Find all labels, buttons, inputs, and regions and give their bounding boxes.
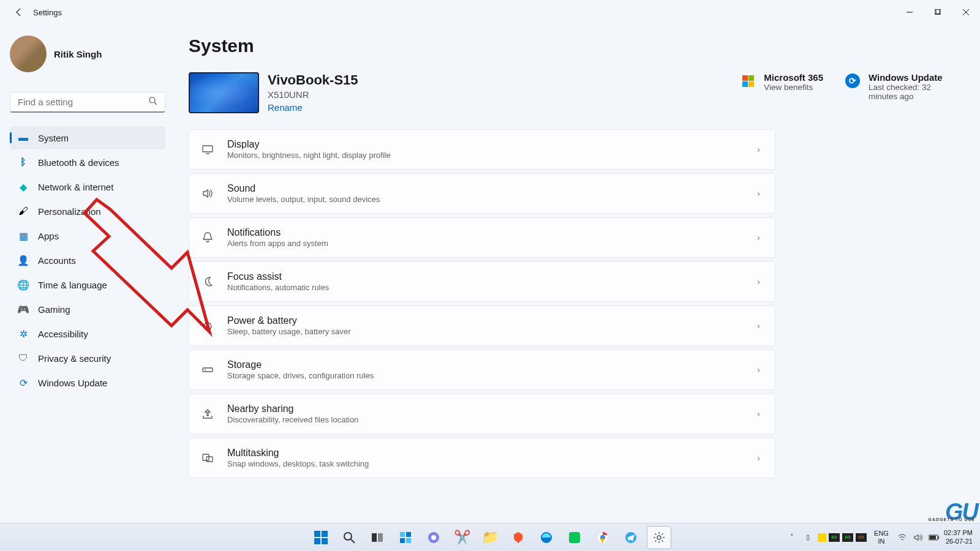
window-title: Settings	[33, 8, 62, 17]
volume-icon[interactable]	[912, 531, 924, 544]
tray-chevron[interactable]: ˄	[786, 531, 798, 544]
nav-label: Accounts	[38, 255, 76, 266]
explorer-button[interactable]: 📁	[478, 526, 502, 549]
microsoft365-card[interactable]: Microsoft 365 View benefits	[741, 72, 823, 101]
nav-windows-update[interactable]: ⟳ Windows Update	[10, 371, 165, 394]
settings-button[interactable]	[647, 526, 671, 549]
language-indicator[interactable]: ENGIN	[874, 530, 889, 544]
nav-label: Privacy & security	[38, 353, 111, 364]
search-box[interactable]	[10, 92, 165, 113]
setting-desc: Alerts from apps and system	[227, 239, 757, 248]
chrome-button[interactable]	[590, 526, 615, 549]
tray-temp-icon[interactable]: 69	[842, 533, 853, 542]
search-input[interactable]	[18, 97, 149, 107]
nav-system[interactable]: ▬ System	[10, 126, 165, 149]
brave-button[interactable]	[506, 526, 530, 549]
nav-accessibility[interactable]: ✲ Accessibility	[10, 322, 165, 345]
chevron-right-icon: ›	[757, 189, 760, 198]
moon-icon	[200, 274, 215, 289]
nav-network[interactable]: ◆ Network & internet	[10, 175, 165, 198]
svg-rect-21	[406, 532, 411, 537]
nav-label: System	[38, 133, 69, 143]
svg-rect-11	[203, 368, 213, 372]
rename-link[interactable]: Rename	[268, 102, 732, 113]
edge-button[interactable]	[534, 526, 559, 549]
taskview-button[interactable]	[365, 526, 390, 549]
setting-storage[interactable]: StorageStorage space, drives, configurat…	[189, 350, 775, 390]
chevron-right-icon: ›	[757, 409, 760, 419]
setting-sound[interactable]: SoundVolume levels, output, input, sound…	[189, 173, 775, 214]
sidebar: Ritik Singh ▬ System ᛒ Bluetooth & devic…	[0, 24, 174, 523]
device-model: X510UNR	[268, 89, 732, 100]
setting-desc: Snap windows, desktops, task switching	[227, 459, 757, 468]
minimize-button[interactable]	[895, 2, 924, 23]
tray-temp-icon[interactable]: 69	[856, 533, 867, 542]
svg-rect-34	[930, 536, 936, 539]
wifi-icon[interactable]	[896, 531, 908, 544]
setting-title: Display	[227, 139, 757, 150]
taskbar-apps: ✂️ 📁	[309, 526, 671, 549]
snip-button[interactable]: ✂️	[450, 526, 474, 549]
chevron-right-icon: ›	[757, 144, 760, 154]
bell-icon	[200, 230, 215, 245]
setting-display[interactable]: DisplayMonitors, brightness, night light…	[189, 129, 775, 170]
nav-personalization[interactable]: 🖌 Personalization	[10, 200, 165, 223]
widgets-button[interactable]	[393, 526, 418, 549]
teams-button[interactable]	[421, 526, 446, 549]
svg-point-5	[149, 97, 155, 103]
nav-privacy[interactable]: 🛡 Privacy & security	[10, 347, 165, 370]
start-button[interactable]	[309, 526, 333, 549]
card-sub: Last checked: 32 minutes ago	[869, 83, 956, 101]
search-button[interactable]	[337, 526, 361, 549]
tray-temp-icon[interactable]: 69	[829, 533, 840, 542]
tray-app-icon[interactable]	[818, 533, 826, 542]
avatar	[10, 36, 47, 72]
setting-focus-assist[interactable]: Focus assistNotifications, automatic rul…	[189, 261, 775, 302]
setting-title: Focus assist	[227, 271, 757, 282]
chevron-right-icon: ›	[757, 453, 760, 463]
nav-time-language[interactable]: 🌐 Time & language	[10, 273, 165, 296]
battery-icon[interactable]	[928, 531, 940, 544]
windows-update-card[interactable]: ⟳ Windows Update Last checked: 32 minute…	[845, 72, 956, 101]
microsoft-logo-icon	[741, 73, 755, 88]
setting-power-battery[interactable]: Power & batterySleep, battery usage, bat…	[189, 305, 775, 346]
setting-multitasking[interactable]: MultitaskingSnap windows, desktops, task…	[189, 438, 775, 478]
settings-list: DisplayMonitors, brightness, night light…	[189, 129, 775, 478]
setting-title: Notifications	[227, 227, 757, 238]
accessibility-icon: ✲	[17, 328, 29, 340]
user-profile[interactable]: Ritik Singh	[10, 36, 165, 72]
svg-rect-1	[935, 9, 940, 14]
setting-desc: Discoverability, received files location	[227, 415, 757, 424]
nav-accounts[interactable]: 👤 Accounts	[10, 249, 165, 272]
svg-rect-33	[938, 536, 939, 539]
nav-gaming[interactable]: 🎮 Gaming	[10, 298, 165, 321]
line-button[interactable]	[562, 526, 587, 549]
chevron-right-icon: ›	[757, 321, 760, 331]
setting-desc: Storage space, drives, configuration rul…	[227, 371, 757, 380]
card-title: Microsoft 365	[764, 72, 823, 83]
window-controls	[895, 2, 980, 23]
setting-desc: Notifications, automatic rules	[227, 283, 757, 292]
taskbar: ✂️ 📁 ˄ ▯ 69 69 69 ENGIN 02:37 PM26-07-	[0, 523, 980, 551]
share-icon	[200, 407, 215, 421]
shield-icon: 🛡	[17, 352, 29, 364]
telegram-button[interactable]	[619, 526, 643, 549]
back-button[interactable]	[10, 3, 28, 21]
maximize-button[interactable]	[924, 2, 952, 23]
nav-label: Personalization	[38, 206, 101, 217]
tray-battery-icon[interactable]: ▯	[802, 531, 814, 544]
close-button[interactable]	[952, 2, 980, 23]
nav-bluetooth[interactable]: ᛒ Bluetooth & devices	[10, 151, 165, 174]
clock[interactable]: 02:37 PM26-07-21	[944, 529, 973, 545]
setting-notifications[interactable]: NotificationsAlerts from apps and system…	[189, 217, 775, 258]
device-thumbnail[interactable]	[189, 72, 259, 113]
nav-label: Bluetooth & devices	[38, 157, 119, 168]
system-icon: ▬	[17, 132, 29, 144]
main-content: System VivoBook-S15 X510UNR Rename Micro…	[174, 24, 980, 523]
nav-apps[interactable]: ▦ Apps	[10, 224, 165, 247]
chevron-right-icon: ›	[757, 365, 760, 375]
setting-nearby-sharing[interactable]: Nearby sharingDiscoverability, received …	[189, 394, 775, 434]
device-header: VivoBook-S15 X510UNR Rename Microsoft 36…	[189, 72, 956, 113]
nav-label: Windows Update	[38, 378, 107, 388]
svg-rect-22	[400, 538, 405, 543]
